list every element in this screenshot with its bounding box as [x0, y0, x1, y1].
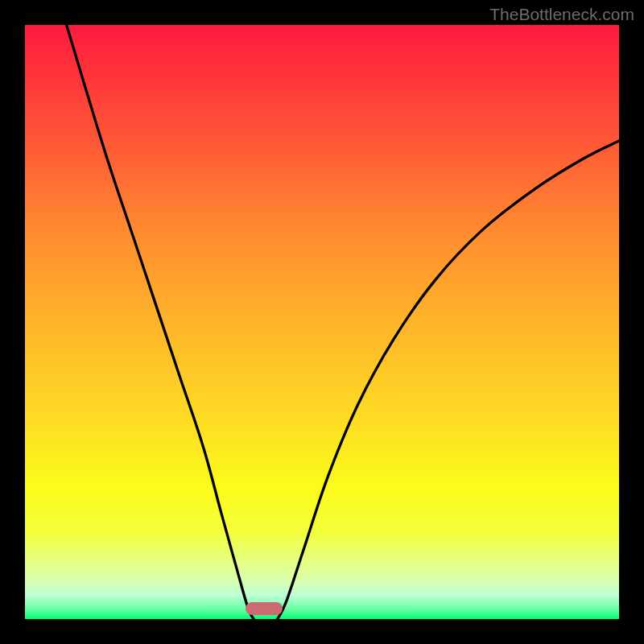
left-curve	[67, 25, 254, 619]
watermark-text: TheBottleneck.com	[489, 5, 634, 24]
bottleneck-marker	[246, 602, 283, 615]
plot-area	[25, 25, 619, 619]
right-curve	[278, 141, 619, 619]
chart-container: TheBottleneck.com	[0, 0, 644, 644]
curves-svg	[25, 25, 619, 619]
